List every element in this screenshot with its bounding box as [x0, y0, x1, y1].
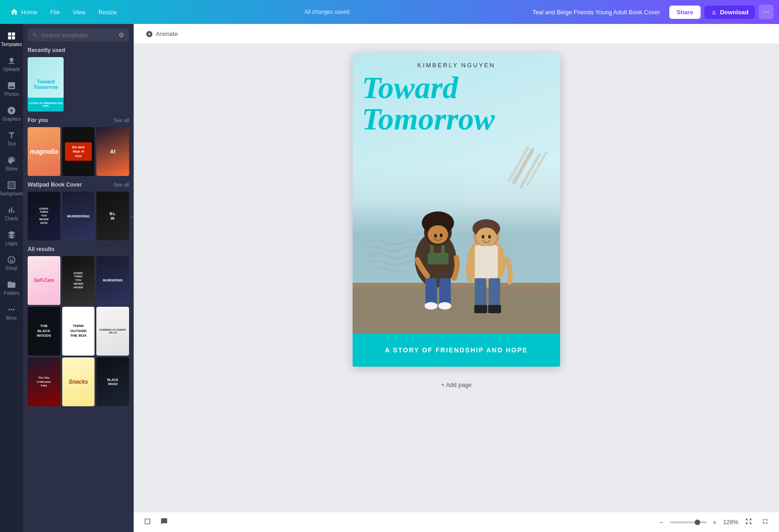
zoom-out-button[interactable]: − — [656, 517, 666, 528]
filter-icon[interactable]: ⚙ — [118, 31, 124, 39]
zoom-percent: 128% — [723, 519, 738, 526]
sidebar-item-logos[interactable]: Logos — [1, 227, 22, 250]
svg-rect-0 — [353, 287, 560, 333]
canvas-page: KIMBERLY NGUYEN Toward Tomorrow — [353, 53, 560, 367]
svg-rect-26 — [492, 245, 496, 254]
template-black-preview[interactable]: BLW — [96, 192, 129, 240]
sidebar-item-folders[interactable]: Folders — [1, 276, 22, 299]
template-tale[interactable]: The Taleof MonsterFalls — [28, 357, 60, 406]
resize-button[interactable]: Resize — [94, 6, 122, 18]
wattpad-title: Wattpad Book Cover — [28, 181, 82, 188]
more-options-button[interactable]: ··· — [759, 5, 773, 19]
sidebar-item-uploads[interactable]: Uploads — [1, 53, 22, 76]
template-the-black-woods[interactable]: THEBLACKWOODS — [28, 307, 60, 356]
template-think-outside[interactable]: THINKOUTSIDETHE BOX — [62, 307, 95, 356]
svg-rect-30 — [488, 305, 501, 313]
main-layout: Templates Uploads Photos Graphics Text S… — [0, 24, 779, 532]
template-murdering[interactable]: MURDERING — [62, 192, 95, 240]
styles-label: Styles — [5, 166, 18, 171]
search-bar: ⚙ — [28, 29, 129, 41]
search-icon — [32, 32, 37, 38]
svg-point-10 — [440, 234, 443, 237]
template-af[interactable]: Af — [96, 127, 129, 176]
add-page-button[interactable]: + Add page — [434, 378, 479, 392]
cover-photo — [353, 168, 560, 333]
svg-rect-25 — [476, 245, 481, 254]
template-night[interactable]: EVERYTHINGYOUNEVERHATE — [28, 192, 60, 240]
cover-banner: A STORY OF FRIENDSHIP AND HOPE — [353, 333, 560, 367]
svg-rect-14 — [425, 278, 437, 306]
sidebar-item-emoji[interactable]: Emoji — [1, 251, 22, 275]
share-button[interactable]: Share — [669, 6, 701, 19]
sidebar-item-photos[interactable]: Photos — [1, 77, 22, 100]
template-everything2[interactable]: EVERYTHINGYOUNEVERHATER — [62, 256, 95, 305]
zoom-in-button[interactable]: + — [710, 517, 720, 528]
svg-point-6 — [443, 218, 452, 228]
document-title: Teal and Beige Friends Young Adult Book … — [532, 9, 660, 16]
nav-right-buttons: Share Download ··· — [669, 5, 773, 19]
template-magnolia[interactable]: magnolia — [28, 127, 60, 176]
animate-button[interactable]: Animate — [141, 28, 183, 41]
cover-subtitle-text: A STORY OF FRIENDSHIP AND HOPE — [385, 346, 528, 354]
file-button[interactable]: File — [46, 6, 65, 18]
recently-used-header: Recently used — [28, 47, 129, 53]
bottom-left-controls — [141, 516, 171, 528]
cover-title-text: Toward Tomorrow — [362, 72, 551, 134]
sidebar-item-styles[interactable]: Styles — [1, 152, 22, 175]
svg-rect-28 — [489, 278, 500, 306]
see-all-wattpad[interactable]: See all — [113, 182, 129, 187]
cover-author-name: KIMBERLY NGUYEN — [353, 62, 560, 69]
sidebar-item-charts[interactable]: Charts — [1, 202, 22, 225]
svg-point-17 — [438, 302, 451, 310]
download-button[interactable]: Download — [704, 6, 755, 19]
template-summer[interactable]: SUMMER ACADEMY HILLS — [96, 307, 129, 356]
cover-title: Toward Tomorrow — [362, 72, 551, 134]
home-button[interactable]: Home — [6, 5, 42, 19]
template-murdering2[interactable]: MURDERING — [96, 256, 129, 305]
sidebar-item-templates[interactable]: Templates — [1, 28, 22, 51]
save-status: All changes saved — [304, 9, 349, 15]
sidebar-item-more[interactable]: More — [1, 301, 22, 324]
template-snacks[interactable]: Snacks — [62, 357, 95, 406]
sidebar-item-graphics[interactable]: Graphics — [1, 102, 22, 125]
svg-rect-27 — [475, 278, 486, 306]
view-button[interactable]: View — [68, 6, 90, 18]
for-you-title: For you — [28, 117, 48, 123]
bottom-bar: − + 128% — [134, 512, 779, 532]
recently-used-title: Recently used — [28, 47, 65, 53]
svg-point-16 — [425, 302, 437, 310]
svg-rect-13 — [428, 253, 449, 264]
fit-to-screen-button[interactable] — [742, 516, 755, 528]
canvas-toolbar: Animate — [134, 24, 779, 44]
svg-point-9 — [434, 234, 437, 238]
see-all-for-you[interactable]: See all — [113, 117, 129, 123]
icon-sidebar: Templates Uploads Photos Graphics Text S… — [0, 24, 23, 532]
animate-icon — [146, 30, 153, 38]
recently-used-toward-template[interactable]: TowardTomorrow A STORY OF FRIENDSHIP AND… — [28, 57, 64, 111]
wattpad-header: Wattpad Book Cover See all — [28, 181, 129, 188]
canvas-scroll-area: KIMBERLY NGUYEN Toward Tomorrow — [134, 44, 779, 512]
zoom-slider[interactable] — [670, 521, 707, 523]
all-results-header: All results — [28, 246, 129, 252]
bottom-right-controls: − + 128% — [656, 516, 772, 528]
svg-point-22 — [482, 235, 484, 239]
show-pages-button[interactable] — [141, 516, 154, 528]
templates-panel-wrapper: ⚙ Recently used TowardTomorrow A STORY O… — [23, 24, 134, 532]
svg-rect-29 — [474, 305, 487, 313]
for-you-header: For you See all — [28, 117, 129, 123]
panel-collapse-button[interactable]: ‹ — [129, 207, 134, 225]
template-black-wood2[interactable]: BLACKWoOd — [96, 357, 129, 406]
template-dark-rose[interactable]: the darkdays ofrose — [62, 127, 95, 176]
notes-button[interactable] — [158, 516, 171, 528]
zoom-thumb — [695, 520, 700, 525]
template-self-care[interactable]: Self-Care — [28, 256, 60, 305]
people-silhouette — [353, 168, 560, 333]
svg-point-23 — [488, 235, 491, 239]
svg-point-21 — [476, 228, 496, 246]
sidebar-item-text[interactable]: Text — [1, 127, 22, 150]
fullscreen-button[interactable] — [759, 516, 772, 528]
search-input[interactable] — [41, 32, 115, 39]
wattpad-grid: EVERYTHINGYOUNEVERHATE MURDERING BLW ‹ — [28, 192, 129, 240]
sidebar-item-background[interactable]: Background — [1, 177, 22, 200]
book-cover[interactable]: KIMBERLY NGUYEN Toward Tomorrow — [353, 53, 560, 367]
